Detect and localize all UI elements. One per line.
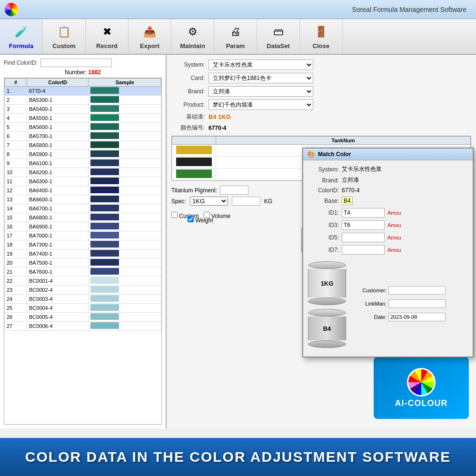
color-table-row[interactable]: 16 BA6900-1 xyxy=(5,222,161,231)
row-num: 9 xyxy=(5,159,27,168)
row-num: 16 xyxy=(5,222,27,231)
d-colorid-label: ColorID: xyxy=(308,187,339,194)
d-id5-row: ID5: Amou xyxy=(308,233,468,242)
titanium-input[interactable] xyxy=(220,186,248,195)
d-id3-input[interactable] xyxy=(342,220,385,230)
color-table-row[interactable]: 15 BA6800-1 xyxy=(5,213,161,222)
param-icon: 🖨 xyxy=(227,23,244,40)
color-table-row[interactable]: 14 BA6700-1 xyxy=(5,204,161,213)
color-table-row[interactable]: 11 BA6300-1 xyxy=(5,177,161,186)
color-table-row[interactable]: 6 BA5700-1 xyxy=(5,132,161,141)
toolbar-btn-maintain[interactable]: ⚙Maintain xyxy=(171,19,214,54)
app-title: Soreal Formula Management Software xyxy=(23,6,471,13)
color-table-row[interactable]: 21 BA7600-1 xyxy=(5,268,161,277)
find-colorid-input[interactable] xyxy=(40,59,112,67)
number-row: Number: 1882 xyxy=(4,69,162,76)
system-row: System: 艾卡乐水性色浆 xyxy=(171,60,471,70)
d-id5-input[interactable] xyxy=(342,233,385,242)
color-table-row[interactable]: 24 BC0003-4 xyxy=(5,295,161,304)
row-colorid: BA6900-1 xyxy=(27,222,88,231)
weight-check-label[interactable]: Weight xyxy=(188,216,213,224)
formula-label: Formula xyxy=(9,42,33,50)
row-num: 19 xyxy=(5,249,27,258)
toolbar-btn-export[interactable]: 📤Export xyxy=(129,19,171,54)
weight-checkbox[interactable] xyxy=(188,216,194,222)
row-sample xyxy=(89,96,161,105)
linkman-row: LinkMan: xyxy=(351,299,468,308)
row-num: 24 xyxy=(5,295,27,304)
date-input[interactable] xyxy=(388,313,446,321)
system-select[interactable]: 艾卡乐水性色浆 xyxy=(208,60,313,70)
color-table-row[interactable]: 23 BC0002-4 xyxy=(5,286,161,295)
color-table-row[interactable]: 5 BA5600-1 xyxy=(5,123,161,132)
row-num: 11 xyxy=(5,177,27,186)
color-table-row[interactable]: 13 BA6600-1 xyxy=(5,195,161,204)
wm-text: AI-COLOUR xyxy=(395,398,448,408)
color-table-row[interactable]: 4 BA5500-1 xyxy=(5,114,161,123)
row-colorid: BA5900-1 xyxy=(27,150,88,159)
toolbar-btn-record[interactable]: ✖Record xyxy=(86,19,129,54)
custom-amount-input[interactable] xyxy=(232,197,260,206)
product-select[interactable]: 梦幻千色内墙漆 xyxy=(208,99,313,110)
color-table-row[interactable]: 19 BA7400-1 xyxy=(5,249,161,258)
row-num: 3 xyxy=(5,105,27,114)
d-id5-label: ID5: xyxy=(308,234,339,241)
d-id1-input[interactable] xyxy=(342,208,385,218)
color-table-row[interactable]: 1 6770-4 xyxy=(5,87,161,96)
color-table-row[interactable]: 9 BA6100-1 xyxy=(5,159,161,168)
app-logo xyxy=(5,3,18,16)
d-id7-row: ID7: Amou xyxy=(308,245,468,255)
toolbar: 🧪Formula📋Custom✖Record📤Export⚙Maintain🖨P… xyxy=(0,19,476,55)
color-table-row[interactable]: 17 BA7000-1 xyxy=(5,231,161,240)
row-sample xyxy=(89,87,161,96)
toolbar-btn-custom[interactable]: 📋Custom xyxy=(43,19,86,54)
row-colorid: BA7600-1 xyxy=(27,268,88,277)
toolbar-btn-param[interactable]: 🖨Param xyxy=(214,19,257,54)
toolbar-btn-dataset[interactable]: 🗃DataSet xyxy=(257,19,300,54)
color-table-row[interactable]: 2 BA5300-1 xyxy=(5,96,161,105)
color-table-row[interactable]: 20 BA7500-1 xyxy=(5,258,161,268)
linkman-input[interactable] xyxy=(388,299,446,308)
d-base-val: B4 xyxy=(342,197,353,205)
row-colorid: BC0001-4 xyxy=(27,277,88,286)
color-table-row[interactable]: 10 BA6200-1 xyxy=(5,168,161,177)
custom-checkbox[interactable] xyxy=(171,212,178,218)
wm-wheel xyxy=(407,368,436,397)
row-colorid: BC0002-4 xyxy=(27,286,88,295)
brand-select[interactable]: 立邦漆 xyxy=(208,86,313,97)
d-id3-amount: Amou xyxy=(387,222,401,228)
number-label: Number: xyxy=(65,69,87,76)
toolbar-btn-formula[interactable]: 🧪Formula xyxy=(0,19,43,54)
color-table-row[interactable]: 22 BC0001-4 xyxy=(5,277,161,286)
color-table-row[interactable]: 7 BA5800-1 xyxy=(5,141,161,150)
d-brand-label: Brand: xyxy=(308,177,339,184)
row-num: 14 xyxy=(5,204,27,213)
row-colorid: BC0003-4 xyxy=(27,295,88,304)
customer-input[interactable] xyxy=(388,286,446,295)
d-id7-label: ID7: xyxy=(308,247,339,253)
col-num: # xyxy=(5,79,27,87)
color-table-row[interactable]: 18 BA7300-1 xyxy=(5,240,161,249)
date-row: Date: xyxy=(351,313,468,321)
customer-row: Customer: xyxy=(351,286,468,295)
card-label: Card: xyxy=(171,75,205,81)
row-colorid: BA7400-1 xyxy=(27,249,88,258)
toolbar-btn-close[interactable]: 🚪Close xyxy=(300,19,343,54)
row-num: 10 xyxy=(5,168,27,177)
row-num: 25 xyxy=(5,304,27,313)
record-label: Record xyxy=(96,42,118,50)
color-table-row[interactable]: 26 BC0005-4 xyxy=(5,313,161,322)
color-table-row[interactable]: 3 BA5400-1 xyxy=(5,105,161,114)
color-table-row[interactable]: 25 BC0004-4 xyxy=(5,304,161,313)
row-colorid: BA7000-1 xyxy=(27,231,88,240)
d-system-val: 艾卡乐水性色浆 xyxy=(342,165,382,173)
color-table-row[interactable]: 8 BA5900-1 xyxy=(5,150,161,159)
color-table-row[interactable]: 27 BC0006-4 xyxy=(5,322,161,331)
color-table-row[interactable]: 12 BA6400-1 xyxy=(5,186,161,195)
export-label: Export xyxy=(140,42,159,50)
d-system-row: System: 艾卡乐水性色浆 xyxy=(308,165,468,173)
d-id7-input[interactable] xyxy=(342,245,385,255)
card-select[interactable]: 立邦梦幻千色1881色卡 xyxy=(208,73,313,83)
spec-select[interactable]: 1KG xyxy=(190,197,228,206)
base-label: 基础漆: xyxy=(171,113,205,121)
